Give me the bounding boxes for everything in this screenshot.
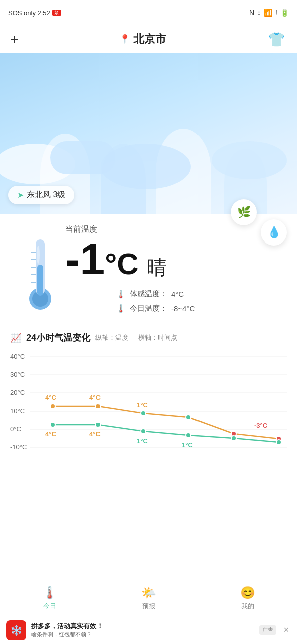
weather-description: 晴 bbox=[147, 254, 167, 281]
today-nav-icon: 🌡️ bbox=[42, 586, 57, 600]
svg-rect-3 bbox=[37, 265, 43, 296]
leaf-button[interactable]: 🌿 bbox=[231, 199, 257, 225]
svg-point-34 bbox=[141, 429, 146, 434]
today-range-row: 🌡️ 今日温度： -8~4°C bbox=[116, 304, 287, 313]
weather-main: 🌿 💧 当前温 bbox=[0, 214, 297, 324]
thermometer-svg bbox=[20, 229, 60, 310]
ad-title: 拼多多，活动真实有效！ bbox=[31, 622, 254, 631]
svg-point-25 bbox=[186, 415, 191, 420]
city-name: 北京市 bbox=[133, 32, 166, 47]
status-right: N ↕ 📶 ! 🔋 bbox=[249, 9, 289, 17]
top-nav: + 📍 北京市 👕 bbox=[0, 25, 297, 53]
battery-alert-icon: ! bbox=[275, 9, 277, 17]
weather-main-inner: 当前温度 -1°C 晴 🌡️ 体感温度： 4°C 🌡️ 今日温度： -8~4°C bbox=[10, 224, 287, 313]
mine-nav-icon: 😊 bbox=[240, 586, 255, 600]
weather-details: 🌡️ 体感温度： 4°C 🌡️ 今日温度： -8~4°C bbox=[116, 289, 287, 313]
current-temp-label: 当前温度 bbox=[65, 224, 287, 235]
nav-item-mine[interactable]: 😊 我的 bbox=[240, 586, 255, 611]
svg-point-9 bbox=[37, 246, 40, 264]
svg-text:20°C: 20°C bbox=[10, 389, 25, 396]
feels-like-label: 体感温度： bbox=[130, 289, 167, 299]
feels-like-value: 4°C bbox=[171, 290, 184, 298]
svg-text:4°C: 4°C bbox=[45, 430, 56, 438]
temperature-chart: 40°C 30°C 20°C 10°C 0°C -10°C 4°C 4 bbox=[10, 352, 287, 472]
svg-text:4°C: 4°C bbox=[89, 430, 101, 438]
nfc-icon: N bbox=[249, 9, 254, 17]
mine-nav-label: 我的 bbox=[241, 602, 254, 611]
status-left: SOS only 2:52 紧 bbox=[8, 9, 61, 17]
feels-like-icon: 🌡️ bbox=[116, 289, 126, 299]
svg-text:1°C: 1°C bbox=[137, 437, 148, 445]
location-display: 📍 北京市 bbox=[119, 32, 166, 47]
data-icon: ↕ bbox=[257, 9, 261, 17]
svg-text:10°C: 10°C bbox=[10, 407, 25, 415]
svg-text:4°C: 4°C bbox=[45, 394, 56, 401]
ad-banner: ❄️ 拼多多，活动真实有效！ 啥条件啊，红包都不领？ 广告 × bbox=[0, 616, 297, 644]
forecast-nav-icon: 🌤️ bbox=[141, 586, 156, 600]
chart-icon: 📈 bbox=[10, 332, 21, 343]
ad-close-button[interactable]: × bbox=[281, 623, 291, 637]
bottom-nav: 🌡️ 今日 🌤️ 预报 😊 我的 bbox=[0, 580, 297, 616]
today-range-icon: 🌡️ bbox=[116, 304, 126, 313]
x-axis-label: 横轴：时间点 bbox=[138, 333, 177, 342]
cloud-3 bbox=[101, 144, 191, 189]
svg-point-33 bbox=[95, 422, 101, 427]
ad-tag-label: 广告 bbox=[259, 625, 276, 635]
nav-item-today[interactable]: 🌡️ 今日 bbox=[42, 586, 57, 611]
feels-like-row: 🌡️ 体感温度： 4°C bbox=[116, 289, 287, 299]
svg-text:1°C: 1°C bbox=[137, 401, 148, 409]
add-city-button[interactable]: + bbox=[10, 31, 18, 47]
leaf-icon: 🌿 bbox=[237, 206, 251, 219]
svg-point-24 bbox=[141, 411, 146, 416]
svg-point-35 bbox=[186, 433, 191, 438]
chart-header: 📈 24小时气温变化 纵轴：温度 横轴：时间点 bbox=[10, 332, 287, 344]
temp-row: -1°C 晴 bbox=[65, 237, 287, 281]
svg-text:-3°C: -3°C bbox=[254, 422, 268, 429]
temperature-value: -1°C bbox=[65, 237, 139, 281]
svg-point-23 bbox=[95, 404, 101, 409]
svg-point-22 bbox=[50, 404, 55, 409]
today-range-label: 今日温度： bbox=[130, 304, 167, 313]
battery-icon: 🔋 bbox=[280, 9, 289, 17]
wind-badge: ➤ 东北风 3级 bbox=[8, 186, 74, 204]
ad-icon: ❄️ bbox=[6, 620, 26, 640]
shirt-icon: 👕 bbox=[268, 31, 285, 48]
status-badge: 紧 bbox=[52, 10, 61, 16]
y-axis-label: 纵轴：温度 bbox=[95, 333, 128, 342]
ad-text[interactable]: 拼多多，活动真实有效！ 啥条件啊，红包都不领？ bbox=[31, 622, 254, 638]
chart-area: 40°C 30°C 20°C 10°C 0°C -10°C 4°C 4 bbox=[10, 352, 287, 474]
location-icon: 📍 bbox=[119, 34, 130, 45]
svg-text:30°C: 30°C bbox=[10, 371, 25, 378]
forecast-nav-label: 预报 bbox=[142, 602, 155, 611]
outfit-button[interactable]: 👕 bbox=[267, 29, 287, 49]
nav-spacer bbox=[0, 482, 297, 547]
svg-point-37 bbox=[276, 440, 281, 445]
ad-subtitle: 啥条件啊，红包都不领？ bbox=[31, 631, 254, 638]
status-text: SOS only 2:52 bbox=[8, 9, 50, 17]
ad-brand-icon: ❄️ bbox=[10, 624, 23, 636]
svg-text:-10°C: -10°C bbox=[10, 443, 27, 451]
wifi-icon: 📶 bbox=[264, 9, 272, 17]
today-nav-label: 今日 bbox=[43, 602, 56, 611]
svg-text:0°C: 0°C bbox=[10, 425, 21, 433]
cloud-4 bbox=[212, 141, 287, 179]
nav-item-forecast[interactable]: 🌤️ 预报 bbox=[141, 586, 156, 611]
chart-section: 📈 24小时气温变化 纵轴：温度 横轴：时间点 40°C 30°C 20°C 1… bbox=[0, 324, 297, 482]
svg-text:1°C: 1°C bbox=[182, 441, 193, 449]
wind-direction-icon: ➤ bbox=[17, 190, 24, 200]
svg-text:40°C: 40°C bbox=[10, 353, 25, 360]
thermometer bbox=[20, 229, 60, 312]
status-bar: SOS only 2:52 紧 N ↕ 📶 ! 🔋 bbox=[0, 0, 297, 25]
svg-text:4°C: 4°C bbox=[89, 394, 101, 401]
today-range-value: -8~4°C bbox=[171, 304, 195, 313]
chart-title: 24小时气温变化 bbox=[26, 332, 90, 344]
wind-info: 东北风 3级 bbox=[27, 190, 65, 200]
hero-section: ➤ 东北风 3级 bbox=[0, 53, 297, 214]
svg-point-36 bbox=[231, 436, 236, 441]
svg-point-32 bbox=[50, 422, 55, 427]
